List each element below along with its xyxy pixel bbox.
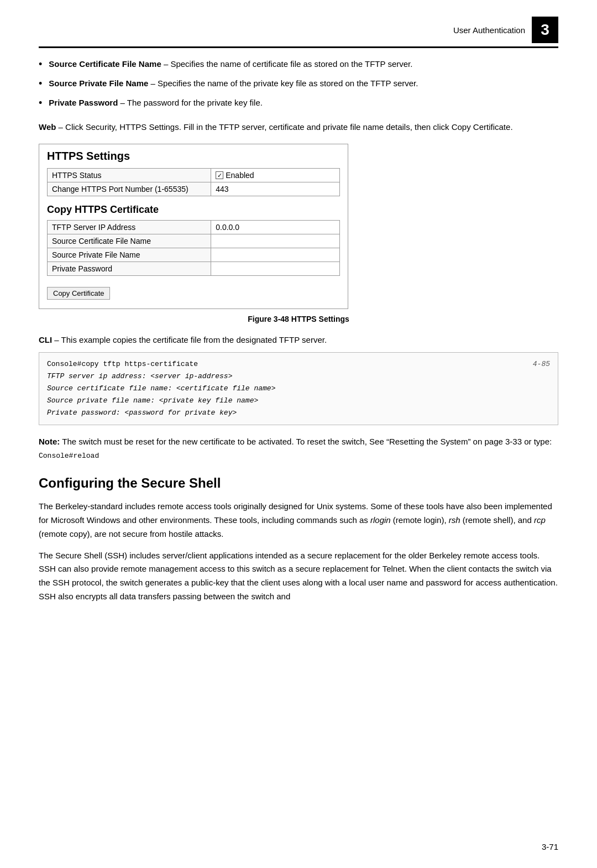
code-line-3: Source certificate file name: <certifica… — [47, 383, 550, 395]
note-text: The switch must be reset for the new cer… — [60, 437, 552, 446]
tftp-label: TFTP Server IP Address — [48, 221, 211, 234]
bullet-list: • Source Certificate File Name – Specifi… — [39, 58, 558, 111]
password-value — [211, 262, 340, 276]
cli-text: – This example copies the certificate fi… — [52, 335, 327, 344]
bullet-text-3: Private Password – The password for the … — [49, 97, 263, 109]
page-footer: 3-71 — [542, 842, 558, 851]
chapter-number: 3 — [532, 17, 558, 43]
port-value: 443 — [211, 182, 340, 196]
bullet-bold-1: Source Certificate File Name — [49, 59, 161, 69]
page-number: 3-71 — [542, 842, 558, 851]
bullet-text-2: Source Private File Name – Specifies the… — [49, 77, 418, 90]
code-line-5: Private password: <password for private … — [47, 407, 550, 419]
https-settings-title: HTTPS Settings — [47, 150, 340, 163]
note-paragraph: Note: The switch must be reset for the n… — [39, 435, 558, 462]
code-text-4: Source private file name: <private key f… — [47, 395, 258, 407]
https-settings-box: HTTPS Settings HTTPS Status ✓ Enabled Ch… — [39, 144, 348, 309]
code-text-2: TFTP server ip address: <server ip-addre… — [47, 370, 232, 383]
copy-cert-table: TFTP Server IP Address 0.0.0.0 Source Ce… — [47, 220, 340, 276]
private-file-label: Source Private File Name — [48, 248, 211, 262]
bullet-item-2: • Source Private File Name – Specifies t… — [39, 77, 558, 91]
bullet-text-1: Source Certificate File Name – Specifies… — [49, 58, 412, 71]
bullet-dot-1: • — [39, 57, 42, 72]
password-label: Private Password — [48, 262, 211, 276]
cli-label: CLI — [39, 335, 52, 344]
web-text: – Click Security, HTTPS Settings. Fill i… — [56, 122, 512, 132]
bullet-item-1: • Source Certificate File Name – Specifi… — [39, 58, 558, 72]
rcp-italic: rcp — [534, 515, 546, 525]
code-ref-1: 4-85 — [533, 358, 550, 370]
enabled-checkbox-cell: ✓ Enabled — [216, 171, 335, 180]
rsh-italic: rsh — [449, 515, 460, 525]
table-row-port: Change HTTPS Port Number (1-65535) 443 — [48, 182, 340, 196]
note-label: Note: — [39, 437, 60, 446]
body-paragraph-1: The Berkeley-standard includes remote ac… — [39, 500, 558, 541]
table-row-password: Private Password — [48, 262, 340, 276]
cert-file-label: Source Certificate File Name — [48, 234, 211, 248]
section-heading: Configuring the Secure Shell — [39, 475, 558, 491]
body-paragraph-2: The Secure Shell (SSH) includes server/c… — [39, 549, 558, 604]
https-settings-table: HTTPS Status ✓ Enabled Change HTTPS Port… — [47, 168, 340, 196]
bullet-dot-2: • — [39, 76, 42, 91]
rlogin-italic: rlogin — [370, 515, 391, 525]
checkbox-icon: ✓ — [216, 171, 223, 179]
code-text-1: Console#copy tftp https-certificate — [47, 358, 198, 370]
status-label: HTTPS Status — [48, 169, 211, 182]
tftp-value: 0.0.0.0 — [211, 221, 340, 234]
web-label: Web — [39, 122, 56, 132]
figure-caption: Figure 3-48 HTTPS Settings — [39, 315, 558, 323]
figure-label: Figure 3-48 HTTPS Settings — [248, 315, 349, 323]
bullet-item-3: • Private Password – The password for th… — [39, 97, 558, 111]
code-text-5: Private password: <password for private … — [47, 407, 237, 419]
cli-paragraph: CLI – This example copies the certificat… — [39, 333, 558, 347]
code-line-2: TFTP server ip address: <server ip-addre… — [47, 370, 550, 383]
code-line-4: Source private file name: <private key f… — [47, 395, 550, 407]
code-text-3: Source certificate file name: <certifica… — [47, 383, 275, 395]
bullet-dot-3: • — [39, 96, 42, 111]
bullet-bold-2: Source Private File Name — [49, 79, 148, 88]
note-code: Console#reload — [39, 452, 99, 460]
enabled-label: Enabled — [226, 171, 254, 180]
status-value: ✓ Enabled — [211, 169, 340, 182]
bullet-bold-3: Private Password — [49, 98, 118, 107]
copy-cert-button-container: Copy Certificate — [47, 281, 340, 300]
private-file-value — [211, 248, 340, 262]
port-label: Change HTTPS Port Number (1-65535) — [48, 182, 211, 196]
table-row-cert-file: Source Certificate File Name — [48, 234, 340, 248]
header-title: User Authentication — [453, 25, 525, 35]
cert-file-value — [211, 234, 340, 248]
web-paragraph: Web – Click Security, HTTPS Settings. Fi… — [39, 121, 558, 134]
copy-cert-title: Copy HTTPS Certificate — [47, 204, 340, 216]
table-row-tftp: TFTP Server IP Address 0.0.0.0 — [48, 221, 340, 234]
page-header: User Authentication 3 — [39, 17, 558, 48]
copy-certificate-button[interactable]: Copy Certificate — [47, 287, 110, 300]
code-line-1: Console#copy tftp https-certificate 4-85 — [47, 358, 550, 370]
code-block: Console#copy tftp https-certificate 4-85… — [39, 352, 558, 425]
table-row-private-file: Source Private File Name — [48, 248, 340, 262]
table-row-status: HTTPS Status ✓ Enabled — [48, 169, 340, 182]
